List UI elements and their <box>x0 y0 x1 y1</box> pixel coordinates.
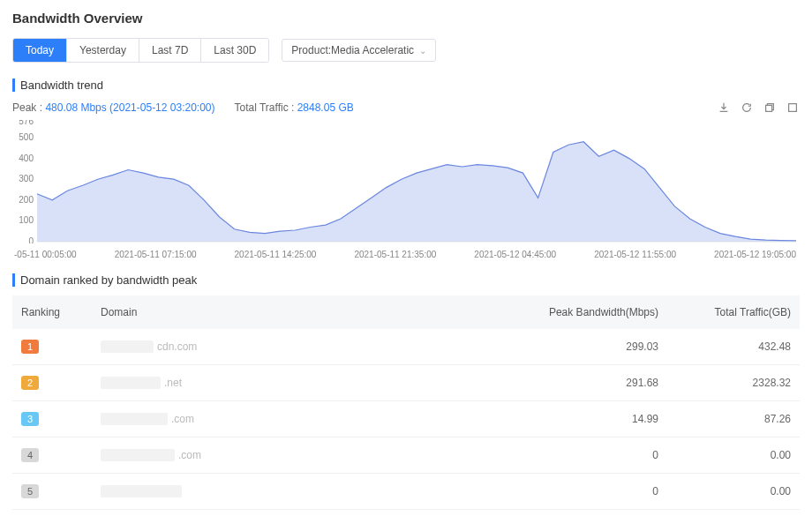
rank-badge: 4 <box>21 448 39 462</box>
peak-bandwidth-cell: 0 <box>517 438 667 474</box>
product-select-value: Media Acceleratic <box>331 44 414 56</box>
total-traffic-value: 2848.05 GB <box>297 101 354 114</box>
table-row[interactable]: 1cdn.com299.03432.48 <box>12 329 800 365</box>
peak-value: 480.08 Mbps (2021-05-12 03:20:00) <box>45 101 214 114</box>
tab-yesterday[interactable]: Yesterday <box>67 39 139 62</box>
peak-bandwidth-cell: 0 <box>517 474 667 510</box>
controls-row: Today Yesterday Last 7D Last 30D Product… <box>12 38 800 63</box>
x-tick: -05-11 00:05:00 <box>14 250 77 259</box>
domain-suffix: .com <box>171 413 194 425</box>
tab-last30d[interactable]: Last 30D <box>201 39 268 62</box>
x-tick: 2021-05-11 14:25:00 <box>235 250 317 259</box>
peak-bandwidth-cell: 299.03 <box>517 329 667 365</box>
svg-text:200: 200 <box>19 195 34 205</box>
chevron-down-icon: ⌄ <box>419 46 426 56</box>
x-tick: 2021-05-11 07:15:00 <box>115 250 197 259</box>
section-bandwidth-trend-title: Bandwidth trend <box>12 79 800 92</box>
domain-redacted <box>101 449 175 461</box>
table-row[interactable]: 500.00 <box>12 474 800 510</box>
time-range-tabs: Today Yesterday Last 7D Last 30D <box>12 38 269 63</box>
rank-badge: 2 <box>21 376 39 390</box>
svg-text:300: 300 <box>19 174 34 183</box>
tab-last7d[interactable]: Last 7D <box>139 39 201 62</box>
domain-suffix: .net <box>164 377 182 389</box>
table-row[interactable]: 4.com00.00 <box>12 438 800 474</box>
x-tick: 2021-05-11 21:35:00 <box>354 250 436 259</box>
x-tick: 2021-05-12 04:45:00 <box>474 250 556 259</box>
total-traffic-cell: 0.00 <box>667 438 800 474</box>
svg-rect-0 <box>766 105 772 111</box>
peak-bandwidth-cell: 14.99 <box>517 401 667 438</box>
domain-suffix: .com <box>178 449 201 461</box>
chart-x-axis: -05-11 00:05:002021-05-11 07:15:002021-0… <box>12 250 798 259</box>
col-total-traffic[interactable]: Total Traffic(GB) <box>667 295 800 329</box>
restore-icon[interactable] <box>763 101 777 115</box>
total-traffic-cell: 0.00 <box>667 474 800 510</box>
tab-today[interactable]: Today <box>13 39 67 62</box>
section-domain-rank-title: Domain ranked by bandwidth peak <box>12 273 800 287</box>
domain-redacted <box>101 485 182 497</box>
refresh-icon[interactable] <box>740 101 754 115</box>
col-domain[interactable]: Domain <box>92 295 517 329</box>
product-select[interactable]: Product:Media Acceleratic ⌄ <box>282 39 436 62</box>
col-ranking[interactable]: Ranking <box>12 295 92 329</box>
table-row[interactable]: 3.com14.9987.26 <box>12 401 800 438</box>
bandwidth-chart[interactable]: 5765004003002001000 -05-11 00:05:002021-… <box>12 120 798 259</box>
domain-suffix: cdn.com <box>157 340 197 353</box>
peak-bandwidth-cell: 291.68 <box>517 365 667 401</box>
total-traffic-label: Total Traffic : <box>235 101 295 114</box>
stats-row: Peak : 480.08 Mbps (2021-05-12 03:20:00)… <box>12 101 800 115</box>
rank-badge: 1 <box>21 340 39 354</box>
page-title: Bandwidth Overview <box>12 11 800 26</box>
domain-redacted <box>101 413 168 425</box>
total-traffic-cell: 2328.32 <box>667 365 800 401</box>
download-icon[interactable] <box>717 101 731 115</box>
rank-badge: 3 <box>21 412 39 426</box>
total-traffic-cell: 87.26 <box>667 401 800 438</box>
chart-toolbar <box>717 101 800 115</box>
svg-text:576: 576 <box>19 120 34 126</box>
x-tick: 2021-05-12 19:05:00 <box>714 250 796 259</box>
peak-label: Peak : <box>12 101 42 114</box>
x-tick: 2021-05-12 11:55:00 <box>594 250 676 259</box>
svg-rect-1 <box>789 104 797 112</box>
svg-text:0: 0 <box>28 236 34 243</box>
expand-icon[interactable] <box>786 101 800 115</box>
svg-text:500: 500 <box>19 132 34 142</box>
domain-redacted <box>101 377 161 389</box>
product-select-label: Product: <box>291 44 331 56</box>
col-peak-bandwidth[interactable]: Peak Bandwidth(Mbps) <box>517 295 667 329</box>
total-traffic-cell: 432.48 <box>667 329 800 365</box>
svg-text:100: 100 <box>19 215 34 225</box>
svg-text:400: 400 <box>19 153 34 163</box>
domain-redacted <box>101 340 154 353</box>
rank-badge: 5 <box>21 484 39 498</box>
domain-rank-table: Ranking Domain Peak Bandwidth(Mbps) Tota… <box>12 295 800 510</box>
table-row[interactable]: 2.net291.682328.32 <box>12 365 800 401</box>
